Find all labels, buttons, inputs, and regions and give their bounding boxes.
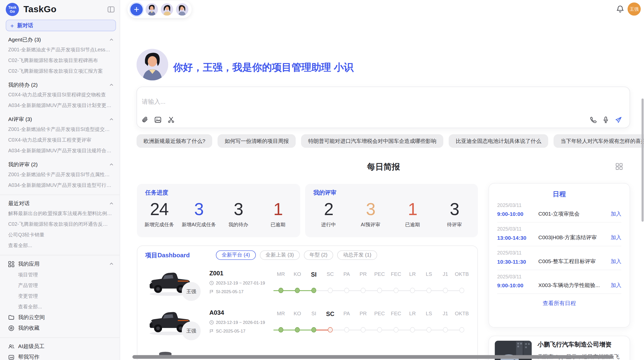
suggestion-chip[interactable]: 比亚迪全固态电池计划具体说了什么 (449, 134, 548, 148)
project-dashboard-card: 项目Dashboard 全新平台 (4)全新上装 (3)年型 (2)动总开发 (… (137, 246, 478, 360)
sidebar-list-item[interactable]: Z001-全新燃油轻卡产品开发项目SI节点属性5D文件评审 (0, 169, 120, 180)
milestone-dot (459, 327, 464, 333)
milestone-label: MR (273, 271, 289, 278)
notifications-bell-icon[interactable] (616, 5, 624, 13)
schedule-item: 2025/03/1110:30-11:30C005-整车工程目标评审加入 (497, 246, 621, 270)
sidebar-item-favorites[interactable]: 我的收藏 (0, 323, 120, 333)
task-progress-stats: 24新增完成任务3新增AI完成任务3我的待办1已逾期 (139, 200, 298, 228)
sidebar-list-item[interactable]: 解释最新出台的欧盟报废车法规再生塑料比例被调至15%... (0, 208, 120, 219)
vertical-scrollbar[interactable] (641, 99, 643, 222)
sidebar-sec2-header[interactable]: AI评审 (3) (0, 115, 120, 124)
sidebar-list-item[interactable]: 公司Q3轻卡销量 (0, 230, 120, 240)
daily-brief-title: 每日简报 (137, 161, 630, 173)
agent-avatar-2[interactable] (161, 3, 173, 16)
project-flag-text: SC-2025-05-17 (216, 328, 245, 333)
sidebar-list-item[interactable]: C02-飞腾新能源轻客改款项目立项汇报方案 (0, 66, 120, 76)
sidebar-list-item[interactable]: A034-全新新能源MUV产品开发项目法规符合性评审 (0, 145, 120, 156)
logo-line1: Task (8, 5, 16, 9)
divider (0, 337, 120, 338)
sidebar-list-item[interactable]: C02-飞腾新能源轻客改款项目里程碑画布 (0, 55, 120, 66)
stat-column: 3我的待办 (218, 200, 258, 228)
sidebar-sec1-header[interactable]: 我的待办 (2) (0, 80, 120, 89)
milestone-dot (427, 288, 431, 293)
star-badge-icon (8, 325, 14, 331)
stat-label: 待评审 (433, 221, 475, 228)
sidebar-list-item[interactable]: Z001-全新燃油轻卡产品开发项目SI造型提交物评审 (0, 124, 120, 135)
dashboard-filter-chip[interactable]: 年型 (2) (304, 250, 333, 260)
stat-label: AI预评审 (349, 221, 391, 228)
suggestion-chip[interactable]: 特朗普可能对进口汽车增税会对中国车企造成哪些影响 (301, 134, 443, 148)
my-apps-item[interactable]: 产品管理 (0, 280, 120, 291)
scissors-icon[interactable] (167, 116, 175, 124)
sidebar-item-ai-employee[interactable]: AI超级员工 (0, 341, 120, 352)
milestone-label: OKTB (453, 271, 470, 278)
milestone-labels: MRKOSISCPAPRPECFECLRLSJ1OKTB (273, 311, 470, 317)
schedule-date: 2025/03/11 (497, 202, 621, 208)
taskgo-logo: Task Go (6, 3, 19, 16)
milestone-dot (377, 327, 382, 333)
stat-value: 1 (391, 200, 433, 219)
sidebar-list-item[interactable]: A034-全新新能源MUV产品开发项目计划变更表编写 (0, 100, 120, 111)
my-apps-label: 我的应用 (18, 260, 109, 268)
stat-column: 3待评审 (433, 200, 475, 228)
sidebar-list-item[interactable]: C02-飞腾新能源轻客改款项目的闭环通告反馈情况 (0, 219, 120, 230)
phone-call-icon[interactable] (589, 116, 597, 124)
dashboard-filter-chip[interactable]: 动总开发 (1) (337, 250, 377, 260)
my-apps-item[interactable]: 变更管理 (0, 291, 120, 301)
chat-input[interactable] (141, 98, 513, 106)
dashboard-filter-chip[interactable]: 全新平台 (4) (216, 250, 256, 260)
send-icon[interactable] (615, 116, 622, 124)
sidebar-item-help-write[interactable]: 帮我写作 (0, 352, 120, 360)
join-link[interactable]: 加入 (611, 258, 621, 265)
milestone-dot (328, 288, 333, 293)
writing-icon (8, 354, 14, 360)
suggestion-chip[interactable]: 当下年轻人对汽车外观有怎样的喜好趋势 (554, 134, 644, 148)
microphone-icon[interactable] (602, 116, 609, 124)
dashboard-filter-chip[interactable]: 全新上装 (3) (260, 250, 299, 260)
my-apps-item[interactable]: 项目管理 (0, 269, 120, 280)
user-avatar[interactable]: 王强 (627, 3, 641, 16)
view-all-schedule-link[interactable]: 查看所有日程 (497, 300, 621, 307)
sidebar-list-item[interactable]: C0X4-动力总成开发项目SI里程碑提交物检查 (0, 89, 120, 100)
horizontal-scrollbar[interactable] (133, 355, 614, 359)
sidebar-list-item[interactable]: C0X4-动力总成开发项目工程变更评审 (0, 135, 120, 145)
new-chat-button[interactable]: + 新对话 (6, 20, 116, 31)
sidebar-item-cloud-space[interactable]: 我的云空间 (0, 312, 120, 323)
milestone-label: J1 (437, 271, 454, 278)
sidebar-sec3-header[interactable]: 我的评审 (2) (0, 160, 120, 169)
add-agent-button[interactable] (130, 3, 143, 16)
schedule-event-title: X003-车辆动力学性能验... (538, 282, 611, 289)
sidebar-list-item[interactable]: A034-全新新能源MUV产品开发项目造型可行性评审 (0, 180, 120, 190)
milestone-label: PEC (371, 311, 388, 317)
app-title: TaskGo (23, 4, 56, 15)
milestone-label: KO (289, 271, 306, 278)
sidebar-sec0-header[interactable]: Agent已办 (3) (0, 35, 120, 44)
project-owner-badge: 王强 (182, 282, 201, 301)
suggestion-chip[interactable]: 如何写一份清晰的项目周报 (218, 134, 296, 148)
agent-avatar-1[interactable] (145, 3, 158, 16)
brief-layout-icon[interactable] (616, 163, 622, 170)
sidebar-list-item[interactable]: Z001-全新燃油皮卡产品开发项目SI节点Lesson Learn报告 (0, 44, 120, 55)
stat-label: 已逾期 (391, 221, 433, 228)
suggestion-chip[interactable]: 欧洲新规最近颁布了什么? (137, 134, 212, 148)
sidebar-list-item[interactable]: 查看全部... (0, 240, 120, 251)
stat-label: 新增完成任务 (139, 221, 179, 228)
schedule-event-title: C003|H0B-方案冻结评审 (538, 234, 611, 241)
chevron-up-icon (109, 262, 114, 266)
milestone-label: SC (322, 311, 339, 317)
attachment-icon[interactable] (141, 116, 149, 124)
image-icon[interactable] (154, 116, 162, 124)
project-row: 王强Z0012023-12-19 ~ 2027-01-19SI-2025-05-… (137, 266, 478, 305)
sidebar-item-my-apps[interactable]: 我的应用 (0, 259, 120, 269)
join-link[interactable]: 加入 (611, 282, 621, 289)
recent-chats-header[interactable]: 最近对话 (0, 199, 120, 208)
agent-avatar-3[interactable] (176, 3, 188, 16)
my-apps-item[interactable]: 查看全部... (0, 301, 120, 312)
chevron-up-icon (109, 162, 114, 167)
sidebar-collapse-icon[interactable] (107, 6, 115, 13)
join-link[interactable]: 加入 (611, 234, 621, 241)
join-link[interactable]: 加入 (611, 210, 621, 218)
dashboard-title: 项目Dashboard (145, 252, 190, 260)
milestone-label: FEC (388, 311, 404, 317)
sidebar-sec1-title: 我的待办 (2) (8, 81, 109, 89)
